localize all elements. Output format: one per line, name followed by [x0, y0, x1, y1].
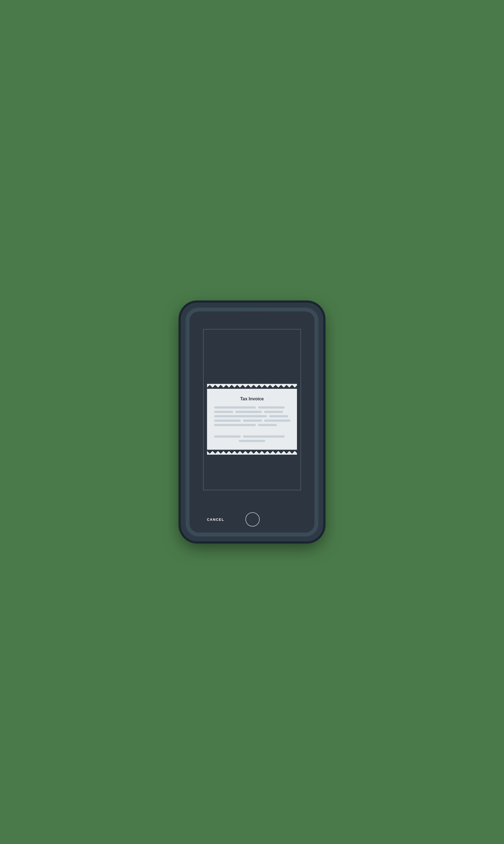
receipt-row — [214, 420, 290, 422]
viewfinder-area: RECEIPT EDGE RECEIPT EDGE Tax Invoice — [190, 312, 314, 508]
receipt-row — [214, 436, 290, 438]
receipt-row — [214, 415, 290, 417]
phone-bottom-bar: CANCEL — [190, 508, 314, 532]
line-block — [214, 406, 256, 408]
line-block — [239, 440, 266, 442]
line-block — [235, 411, 262, 413]
receipt-title: Tax Invoice — [214, 397, 290, 401]
receipt-container: Tax Invoice — [207, 383, 297, 450]
line-block — [264, 411, 283, 413]
line-block — [243, 436, 285, 438]
line-block — [214, 436, 241, 438]
line-block — [214, 415, 267, 417]
receipt-lines — [214, 406, 290, 442]
line-block — [214, 424, 256, 426]
line-block — [269, 415, 288, 417]
phone-top-bar — [241, 317, 263, 320]
line-block — [243, 420, 262, 422]
cancel-button[interactable]: CANCEL — [204, 516, 227, 523]
phone-inner: RECEIPT EDGE RECEIPT EDGE Tax Invoice — [186, 307, 318, 537]
line-block — [214, 411, 233, 413]
camera-dot — [260, 317, 263, 320]
home-button[interactable] — [246, 512, 260, 527]
line-block — [214, 420, 241, 422]
speaker-grill — [241, 318, 257, 320]
phone-screen: RECEIPT EDGE RECEIPT EDGE Tax Invoice — [190, 312, 314, 532]
receipt-row — [214, 411, 290, 413]
line-block — [264, 420, 291, 422]
phone-outer: RECEIPT EDGE RECEIPT EDGE Tax Invoice — [181, 303, 323, 541]
receipt-row — [214, 406, 290, 408]
line-block — [258, 424, 277, 426]
receipt-paper: Tax Invoice — [207, 389, 297, 450]
receipt-divider — [214, 428, 290, 433]
receipt-row — [214, 440, 290, 442]
receipt-row — [214, 424, 290, 426]
line-block — [258, 406, 285, 408]
